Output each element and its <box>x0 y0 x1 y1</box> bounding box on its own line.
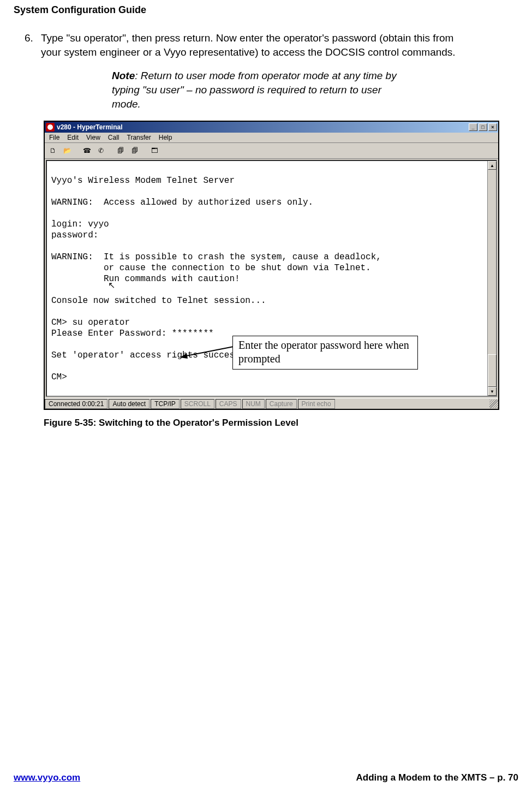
footer-link[interactable]: www.vyyo.com <box>14 772 80 783</box>
menu-bar: File Edit View Call Transfer Help <box>45 133 498 143</box>
status-num: NUM <box>242 399 265 409</box>
close-button[interactable]: × <box>488 123 497 131</box>
disconnect-icon[interactable]: ✆ <box>95 145 107 157</box>
status-scroll: SCROLL <box>181 399 214 409</box>
note-block: Note: Return to user mode from operator … <box>112 69 407 111</box>
resize-grip-icon[interactable] <box>489 400 498 408</box>
toolbar: 🗋 📂 ☎ ✆ 🗐 🗐 🗔 <box>45 143 498 159</box>
minimize-button[interactable]: _ <box>469 123 477 131</box>
figure-caption: Figure 5-35: Switching to the Operator's… <box>44 418 518 428</box>
send-icon[interactable]: 🗐 <box>115 145 127 157</box>
window-title: v280 - HyperTerminal <box>57 123 469 131</box>
step-text: Type "su operator", then press return. N… <box>41 31 456 59</box>
window-titlebar[interactable]: v280 - HyperTerminal _ □ × <box>45 122 498 133</box>
step-number: 6. <box>25 31 41 59</box>
maximize-button[interactable]: □ <box>479 123 487 131</box>
status-detect: Auto detect <box>109 399 150 409</box>
instruction-step: 6. Type "su operator", then press return… <box>25 31 518 59</box>
menu-file[interactable]: File <box>49 134 59 141</box>
properties-icon[interactable]: 🗔 <box>148 145 160 157</box>
status-echo: Print echo <box>298 399 335 409</box>
callout-annotation: Enter the operator password here when pr… <box>232 336 418 370</box>
terminal-area: Vyyo's Wireless Modem Telnet Server WARN… <box>45 159 498 398</box>
footer-page-label: Adding a Modem to the XMTS – p. 70 <box>356 772 518 783</box>
menu-edit[interactable]: Edit <box>67 134 79 141</box>
status-caps: CAPS <box>216 399 241 409</box>
page-footer: www.vyyo.com Adding a Modem to the XMTS … <box>14 772 518 783</box>
scroll-down-icon[interactable]: ▼ <box>488 387 497 396</box>
open-file-icon[interactable]: 📂 <box>61 145 73 157</box>
status-connected: Connected 0:00:21 <box>45 399 107 409</box>
note-label: Note <box>112 70 135 81</box>
scroll-up-icon[interactable]: ▲ <box>488 161 497 170</box>
app-icon <box>46 123 55 132</box>
menu-help[interactable]: Help <box>159 134 172 141</box>
hyperterminal-window: v280 - HyperTerminal _ □ × File Edit Vie… <box>44 121 499 410</box>
status-capture: Capture <box>266 399 297 409</box>
note-text: : Return to user mode from operator mode… <box>112 70 397 109</box>
page-title: System Configuration Guide <box>14 4 518 16</box>
receive-icon[interactable]: 🗐 <box>129 145 141 157</box>
menu-view[interactable]: View <box>86 134 100 141</box>
new-file-icon[interactable]: 🗋 <box>47 145 59 157</box>
scroll-thumb[interactable] <box>488 354 497 387</box>
menu-transfer[interactable]: Transfer <box>127 134 151 141</box>
vertical-scrollbar[interactable]: ▲ ▼ <box>487 161 496 396</box>
connect-icon[interactable]: ☎ <box>81 145 93 157</box>
menu-call[interactable]: Call <box>108 134 119 141</box>
status-protocol: TCP/IP <box>151 399 180 409</box>
status-bar: Connected 0:00:21 Auto detect TCP/IP SCR… <box>45 398 498 409</box>
